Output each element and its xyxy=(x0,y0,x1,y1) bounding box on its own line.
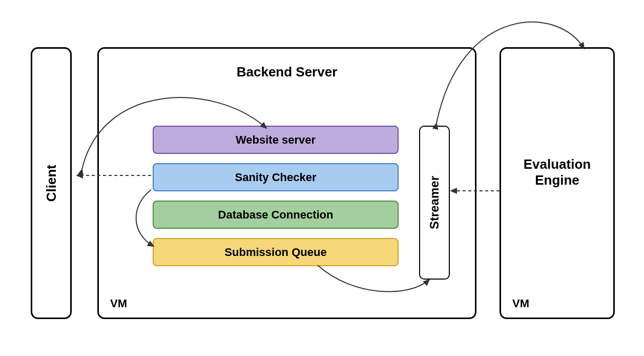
streamer-box: Streamer xyxy=(419,126,450,280)
sanity-checker-label: Sanity Checker xyxy=(235,171,317,184)
database-connection-component: Database Connection xyxy=(153,201,399,229)
evaluation-vm-label: VM xyxy=(512,297,529,310)
evaluation-engine-box: Evaluation Engine VM xyxy=(500,47,615,319)
diagram-canvas: Client Backend Server Website server San… xyxy=(0,0,644,356)
sanity-checker-component: Sanity Checker xyxy=(153,163,399,191)
backend-vm-label: VM xyxy=(110,297,127,310)
website-server-component: Website server xyxy=(153,126,399,154)
streamer-label: Streamer xyxy=(427,176,442,229)
evaluation-title-1: Evaluation xyxy=(501,156,613,172)
client-box: Client xyxy=(31,47,72,319)
backend-server-box: Backend Server Website server Sanity Che… xyxy=(97,47,476,319)
website-server-label: Website server xyxy=(236,133,316,147)
backend-title: Backend Server xyxy=(99,64,475,80)
submission-queue-label: Submission Queue xyxy=(224,246,326,259)
evaluation-title-2: Engine xyxy=(501,172,613,188)
client-label: Client xyxy=(44,165,59,202)
database-connection-label: Database Connection xyxy=(218,208,334,222)
submission-queue-component: Submission Queue xyxy=(153,238,399,266)
